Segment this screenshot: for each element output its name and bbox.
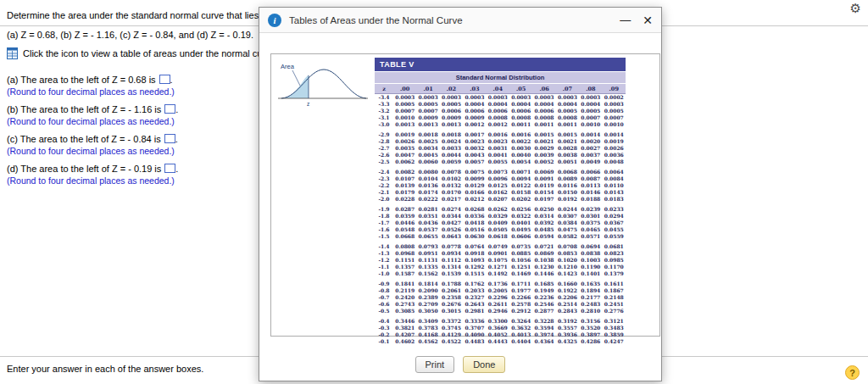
- ztable-row: -2.10.01790.01740.01700.01660.01620.0158…: [375, 189, 626, 196]
- ztable-row: -2.20.01390.01360.01320.01290.01250.0122…: [375, 182, 626, 189]
- ztable-row: -1.20.11510.11310.11120.10930.10750.1056…: [375, 257, 626, 264]
- ztable-col-header: .06: [532, 84, 555, 94]
- figure-area-label: Area: [281, 63, 295, 70]
- part-a-suffix: .: [170, 75, 173, 85]
- ztable-row: -0.50.30850.30500.30150.29810.29460.2912…: [375, 308, 626, 314]
- part-d-hint: (Round to four decimal places as needed.…: [7, 175, 178, 186]
- ztable-row: -0.70.24200.23890.23580.23270.22960.2266…: [375, 294, 626, 301]
- ztable-col-header: .09: [603, 84, 626, 94]
- print-button[interactable]: Print: [415, 356, 455, 373]
- part-b-suffix: .: [175, 104, 178, 114]
- ztable-row: -3.20.00070.00070.00060.00060.00060.0006…: [375, 108, 626, 114]
- part-a-hint: (Round to four decimal places as needed.…: [7, 86, 175, 97]
- ztable-col-header: .08: [579, 84, 602, 94]
- ztable-row: -1.30.09680.09510.09340.09180.09010.0885…: [375, 250, 626, 257]
- answer-input-a[interactable]: [159, 75, 170, 84]
- page: ⚙ Determine the area under the standard …: [0, 0, 868, 384]
- part-a-label: (a) The area to the left of Z = 0.68 is: [7, 75, 156, 85]
- ztable-row: -0.20.42070.41680.41290.40900.40520.4013…: [375, 331, 626, 338]
- ztable-row: -2.80.00260.00250.00240.00230.00230.0022…: [375, 138, 626, 145]
- part-c-suffix: .: [175, 134, 178, 144]
- done-button[interactable]: Done: [463, 356, 505, 373]
- minimize-button[interactable]: —: [620, 14, 631, 25]
- ztable-col-header: .04: [487, 84, 509, 94]
- info-icon: i: [268, 14, 281, 27]
- part-c: (c) The area to the left of Z = - 0.84 i…: [7, 134, 178, 156]
- part-c-hint: (Round to four decimal places as needed.…: [7, 146, 178, 156]
- ztable-row: -1.60.05480.05370.05260.05160.05050.0495…: [375, 226, 626, 233]
- footer-instruction: Enter your answer in each of the answer …: [7, 364, 203, 374]
- ztable-row: -2.00.02280.02220.02170.02120.02070.0202…: [375, 196, 626, 203]
- normal-curve-figure: Area z: [276, 59, 371, 112]
- ztable-row: -2.90.00190.00180.00180.00170.00160.0016…: [375, 131, 626, 138]
- help-button[interactable]: ?: [845, 365, 860, 380]
- table-link-row: Click the icon to view a table of areas …: [7, 47, 278, 59]
- part-c-label: (c) The area to the left of Z = - 0.84 i…: [7, 134, 161, 144]
- table-panel: Area z TABLE V Standard Normal Distribut…: [270, 53, 660, 337]
- area-leader-line: [292, 70, 300, 86]
- ztable-row: -0.40.34460.34090.33720.33360.33000.3264…: [375, 318, 626, 325]
- answer-input-d[interactable]: [164, 164, 175, 173]
- question-text-line2: (a) Z = 0.68, (b) Z = - 1.16, (c) Z = - …: [7, 30, 253, 40]
- ztable-row: -1.40.08080.07930.07780.07640.07490.0735…: [375, 243, 626, 250]
- ztable-col-header: .00: [393, 84, 416, 94]
- ztable-row: -0.60.27430.27090.26760.26430.26110.2578…: [375, 301, 626, 308]
- ztable-col-header: .07: [556, 84, 579, 94]
- ztable-row: -1.10.13570.13350.13140.12920.12710.1251…: [375, 264, 626, 270]
- ztable-row: -2.60.00470.00450.00440.00430.00410.0040…: [375, 152, 626, 159]
- ztable-col-header: .03: [463, 84, 486, 94]
- ztable-row: -3.40.00030.00030.00030.00030.00030.0003…: [375, 94, 626, 102]
- ztable-row: -2.40.00820.00800.00780.00750.00730.0071…: [375, 169, 626, 175]
- ztable-row: -3.10.00100.00090.00090.00090.00080.0008…: [375, 114, 626, 121]
- ztable-row: -3.00.00130.00130.00130.00120.00120.0011…: [375, 121, 626, 128]
- part-b-hint: (Round to four decimal places as needed.…: [7, 116, 178, 126]
- part-d-label: (d) The area to the left of Z = - 0.19 i…: [7, 164, 161, 174]
- dialog-titlebar[interactable]: i Tables of Areas under the Normal Curve…: [259, 8, 661, 33]
- ztable-header-row: z.00.01.02.03.04.05.06.07.08.09: [375, 84, 626, 94]
- table-link-text: Click the icon to view a table of areas …: [23, 48, 278, 58]
- ztable-row: -1.80.03590.03510.03440.03360.03290.0322…: [375, 213, 626, 220]
- help-icon: ?: [849, 368, 855, 378]
- ztable-col-header: .01: [416, 84, 439, 94]
- table-dialog: i Tables of Areas under the Normal Curve…: [259, 7, 662, 381]
- table-icon[interactable]: [7, 47, 18, 59]
- part-d: (d) The area to the left of Z = - 0.19 i…: [7, 164, 178, 186]
- shaded-left-tail: [281, 75, 309, 98]
- ztable-row: -1.50.06680.06550.06430.06300.06180.0606…: [375, 233, 626, 240]
- ztable-col-header: z: [375, 84, 393, 94]
- part-b: (b) The area to the left of Z = - 1.16 i…: [7, 104, 178, 126]
- ztable-row: -2.70.00350.00340.00330.00320.00310.0030…: [375, 145, 626, 152]
- ztable-row: -1.90.02870.02810.02740.02680.02620.0256…: [375, 206, 626, 213]
- ztable-row: -2.50.00620.00600.00590.00570.00550.0054…: [375, 159, 626, 165]
- part-b-label: (b) The area to the left of Z = - 1.16 i…: [7, 104, 161, 114]
- ztable-col-header: .02: [440, 84, 463, 94]
- ztable-row: -2.30.01070.01040.01020.00990.00960.0094…: [375, 175, 626, 182]
- answer-input-c[interactable]: [164, 134, 175, 143]
- settings-gear-icon[interactable]: ⚙: [850, 1, 861, 16]
- ztable-row: -1.70.04460.04360.04270.04180.04090.0401…: [375, 220, 626, 226]
- ztable-row: -0.80.21190.20900.20610.20330.20050.1977…: [375, 287, 626, 294]
- dialog-title: Tables of Areas under the Normal Curve: [289, 15, 608, 25]
- ztable: TABLE V Standard Normal Distribution z.0…: [375, 58, 626, 345]
- ztable-col-header: .05: [509, 84, 532, 94]
- part-a: (a) The area to the left of Z = 0.68 is.…: [7, 75, 175, 97]
- ztable-title: TABLE V: [375, 58, 626, 71]
- answer-input-b[interactable]: [164, 104, 175, 114]
- ztable-row: -0.10.46020.45620.45220.44830.44430.4404…: [375, 338, 626, 345]
- part-d-suffix: .: [175, 164, 178, 174]
- close-icon[interactable]: ✕: [643, 14, 653, 26]
- figure-axis-label: z: [307, 101, 309, 107]
- ztable-row: -1.00.15870.15620.15390.15150.14920.1469…: [375, 270, 626, 277]
- ztable-row: -0.30.38210.37830.37450.37070.36690.3632…: [375, 325, 626, 331]
- dialog-footer: Print Done: [259, 356, 661, 373]
- ztable-row: -3.30.00050.00050.00050.00040.00040.0004…: [375, 101, 626, 108]
- ztable-body: -3.40.00030.00030.00030.00030.00030.0003…: [375, 94, 626, 346]
- ztable-row: -0.90.18410.18140.17880.17620.17360.1711…: [375, 281, 626, 287]
- ztable-subtitle: Standard Normal Distribution: [375, 71, 626, 83]
